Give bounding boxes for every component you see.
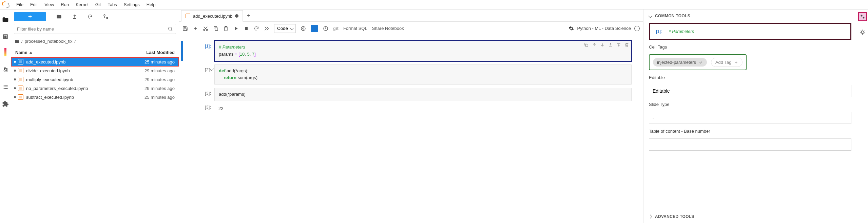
notebook-toolbar: Code git Format SQL Share Notebook Pytho…	[179, 22, 643, 35]
column-name[interactable]: Name	[15, 50, 27, 55]
menu-view[interactable]: View	[41, 1, 57, 8]
chevron-right-icon	[648, 215, 652, 218]
svg-rect-1	[5, 36, 6, 38]
code-cell[interactable]: [1]: # Parameters params = [10, 5, 7]	[191, 41, 632, 61]
editable-input[interactable]	[649, 85, 851, 97]
insert-cell-icon[interactable]	[193, 26, 198, 31]
slide-type-input[interactable]	[649, 112, 851, 124]
insert-below-icon[interactable]	[616, 42, 621, 47]
svg-point-18	[303, 28, 304, 29]
tag-text: injected-parameters	[657, 60, 696, 65]
cell-prompt: [1]:	[191, 41, 214, 49]
git-icon[interactable]	[2, 67, 9, 73]
kernel-name[interactable]: Python - ML - Data Science	[577, 26, 631, 31]
notebook-icon	[18, 59, 23, 64]
status-dot-icon	[14, 78, 16, 80]
cell-type-select[interactable]: Code	[274, 24, 296, 33]
interrupt-icon[interactable]	[244, 26, 249, 31]
menu-tabs[interactable]: Tabs	[104, 1, 120, 8]
cell-type-select-input[interactable]: Code	[274, 24, 296, 33]
new-tab-button[interactable]: +	[243, 10, 254, 21]
delete-icon[interactable]	[624, 42, 629, 47]
move-down-icon[interactable]	[600, 42, 605, 47]
property-inspector-button[interactable]	[858, 12, 867, 21]
debug-icon[interactable]	[860, 29, 866, 35]
file-row[interactable]: multiply_executed.ipynb 29 minutes ago	[11, 75, 179, 84]
variable-inspector-icon[interactable]	[301, 26, 306, 31]
breadcrumb-sep: /	[75, 39, 76, 44]
breadcrumb-folder[interactable]: processed_notebook_fix	[25, 39, 73, 44]
format-sql-button[interactable]: Format SQL	[343, 26, 367, 31]
tag-chip[interactable]: injected-parameters	[653, 58, 707, 67]
file-name: multiply_executed.ipynb	[26, 77, 144, 82]
tab-bar: add_executed.ipynb +	[179, 10, 643, 22]
status-dot-icon	[14, 61, 16, 63]
file-row[interactable]: divide_executed.ipynb 29 minutes ago	[11, 66, 179, 75]
notebook-icon	[186, 14, 190, 18]
kernel-gear-icon[interactable]	[568, 26, 574, 31]
file-filter-input[interactable]	[17, 26, 168, 32]
folder-icon[interactable]	[2, 16, 9, 23]
file-row[interactable]: no_parameters_executed.ipynb 29 minutes …	[11, 84, 179, 93]
menu-kernel[interactable]: Kernel	[72, 1, 92, 8]
file-name: no_parameters_executed.ipynb	[26, 86, 144, 91]
breadcrumb[interactable]: / processed_notebook_fix /	[11, 37, 179, 46]
advanced-tools-header[interactable]: ADVANCED TOOLS	[649, 214, 851, 219]
notebook-icon	[18, 68, 23, 73]
file-row[interactable]: add_executed.ipynb 25 minutes ago	[11, 57, 179, 66]
restart-icon[interactable]	[254, 26, 259, 31]
svg-point-23	[861, 31, 864, 34]
new-folder-icon[interactable]	[56, 14, 62, 19]
menu-git[interactable]: Git	[92, 1, 104, 8]
cell-editor[interactable]: add(*params)	[214, 88, 632, 101]
clock-icon[interactable]	[323, 26, 328, 31]
restart-run-all-icon[interactable]	[264, 26, 269, 31]
save-icon[interactable]	[182, 26, 188, 31]
duplicate-icon[interactable]	[584, 42, 589, 47]
column-modified[interactable]: Last Modified	[146, 50, 175, 55]
file-filter[interactable]	[14, 24, 176, 34]
svg-point-10	[169, 27, 172, 30]
add-tag-button[interactable]: Add Tag	[711, 58, 742, 67]
code-cell[interactable]: [2]: def add(*args): return sum(args)	[191, 64, 632, 85]
svg-rect-20	[585, 44, 588, 47]
share-notebook-button[interactable]: Share Notebook	[372, 26, 404, 31]
git-toolbar-text[interactable]: git	[333, 26, 339, 31]
svg-rect-13	[215, 28, 218, 31]
run-icon[interactable]	[233, 26, 239, 31]
git-toolbar-icon[interactable]	[103, 14, 109, 19]
cell-output: [3]: 22	[191, 105, 632, 112]
file-modified: 29 minutes ago	[144, 77, 175, 82]
chevron-down-icon	[648, 14, 652, 18]
refresh-icon[interactable]	[88, 14, 93, 19]
menu-bar: File Edit View Run Kernel Git Tabs Setti…	[0, 0, 868, 10]
menu-help[interactable]: Help	[143, 1, 159, 8]
code-cell[interactable]: [3]: add(*params)	[191, 88, 632, 101]
copy-icon[interactable]	[213, 26, 218, 31]
new-launcher-button[interactable]: +	[14, 12, 46, 21]
paste-icon[interactable]	[223, 26, 229, 31]
menu-run[interactable]: Run	[57, 1, 72, 8]
menu-settings[interactable]: Settings	[120, 1, 143, 8]
cell-editor[interactable]: # Parameters params = [10, 5, 7]	[214, 41, 632, 61]
file-row[interactable]: subtract_executed.ipynb 25 minutes ago	[11, 93, 179, 101]
common-tools-header[interactable]: COMMON TOOLS	[649, 14, 851, 18]
toc-icon[interactable]	[2, 83, 9, 90]
file-modified: 25 minutes ago	[144, 95, 175, 100]
cell-editor[interactable]: def add(*args): return sum(args)	[214, 64, 632, 85]
move-up-icon[interactable]	[592, 42, 597, 47]
toc-base-input[interactable]	[649, 138, 851, 151]
file-modified: 29 minutes ago	[144, 68, 175, 73]
render-icon[interactable]	[311, 25, 318, 32]
file-name: add_executed.ipynb	[26, 59, 144, 64]
insert-above-icon[interactable]	[608, 42, 613, 47]
extension-icon[interactable]	[2, 100, 9, 107]
cut-icon[interactable]	[203, 26, 208, 31]
notebook-tab[interactable]: add_executed.ipynb	[181, 10, 243, 22]
running-icon[interactable]	[2, 33, 9, 40]
menu-file[interactable]: File	[13, 1, 27, 8]
upload-icon[interactable]	[72, 14, 77, 19]
svg-rect-16	[245, 27, 248, 30]
slide-type-label: Slide Type	[649, 102, 851, 107]
menu-edit[interactable]: Edit	[27, 1, 41, 8]
